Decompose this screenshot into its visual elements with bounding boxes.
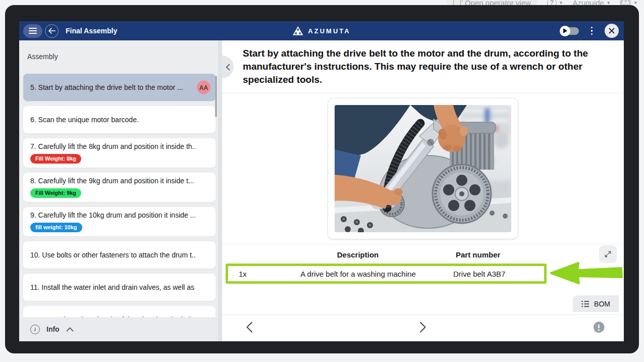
fill-weight-badge: Fill Weight: 8kg bbox=[30, 154, 81, 164]
parts-table: Description Part number 1xA drive belt f… bbox=[222, 244, 624, 315]
info-label: Info bbox=[46, 325, 60, 333]
back-button[interactable] bbox=[45, 24, 59, 38]
expand-icon bbox=[604, 250, 612, 258]
assignee-avatar[interactable]: AA bbox=[197, 81, 210, 94]
sidebar-scrollbar[interactable] bbox=[215, 76, 217, 117]
description-column-header: Description bbox=[270, 250, 446, 259]
chevron-up-icon bbox=[66, 327, 74, 332]
brand-logo: AZUMUTA bbox=[292, 26, 350, 36]
info-button[interactable]: i Info bbox=[19, 317, 218, 341]
menu-icon[interactable] bbox=[23, 24, 42, 38]
caret-down-icon: ▾ bbox=[634, 0, 637, 6]
sidebar-step-item[interactable]: 12. Insert the stripped ends of the wire… bbox=[23, 306, 216, 317]
operator-view-modal: Final Assembly AZUMUTA bbox=[5, 5, 639, 353]
header-actions bbox=[561, 21, 619, 40]
step-label: 9. Carefully lift the 10kg drum and posi… bbox=[30, 211, 195, 219]
part-number-column-header: Part number bbox=[446, 250, 624, 259]
sidebar-step-item[interactable]: 11. Install the water inlet and drain va… bbox=[23, 274, 216, 301]
callout-arrow-icon bbox=[549, 262, 623, 285]
sidebar-step-list: 5. Start by attaching the drive belt to … bbox=[23, 74, 216, 317]
highlighted-part-row[interactable]: 1xA drive belt for a washing machineDriv… bbox=[226, 264, 547, 284]
part-description: A drive belt for a washing machine bbox=[271, 270, 445, 278]
chevron-right-icon bbox=[419, 322, 426, 333]
info-icon: i bbox=[30, 325, 40, 334]
report-issue-button[interactable] bbox=[592, 321, 606, 336]
sidebar-step-item[interactable]: 10. Use bolts or other fasteners to atta… bbox=[23, 241, 216, 269]
previous-step-button[interactable] bbox=[242, 318, 257, 339]
app-header: Final Assembly AZUMUTA bbox=[19, 21, 624, 40]
instruction-text: Start by attaching the drive belt to the… bbox=[243, 47, 609, 86]
app-body: Assembly 5. Start by attaching the drive… bbox=[19, 40, 624, 341]
fill-weight-badge: Fill Weight: 9kg bbox=[30, 188, 81, 198]
step-detail-panel: Start by attaching the drive belt to the… bbox=[222, 40, 624, 341]
part-row: 1xA drive belt for a washing machineDriv… bbox=[228, 266, 544, 281]
alert-bubble-icon bbox=[592, 321, 606, 334]
sidebar-step-item[interactable]: 9. Carefully lift the 10kg drum and posi… bbox=[23, 207, 216, 236]
close-button[interactable] bbox=[605, 24, 619, 38]
step-navigation-bar bbox=[222, 315, 624, 341]
next-step-button[interactable] bbox=[415, 318, 431, 339]
part-number: Drive belt A3B7 bbox=[445, 270, 544, 278]
list-icon bbox=[581, 300, 589, 307]
bom-button[interactable]: BOM bbox=[573, 295, 619, 312]
page-title: Final Assembly bbox=[66, 27, 117, 35]
arrow-left-icon bbox=[48, 28, 56, 34]
step-image-card[interactable] bbox=[328, 98, 518, 239]
expand-table-button[interactable] bbox=[599, 245, 617, 263]
azumuta-logo-icon bbox=[292, 26, 303, 36]
parts-table-header: Description Part number bbox=[222, 244, 624, 262]
step-photo bbox=[335, 105, 511, 232]
close-icon bbox=[609, 28, 615, 34]
step-label: 11. Install the water inlet and drain va… bbox=[30, 283, 195, 291]
bom-label: BOM bbox=[594, 300, 610, 308]
sidebar-step-item[interactable]: 5. Start by attaching the drive belt to … bbox=[23, 74, 216, 101]
step-label: 10. Use bolts or other fasteners to atta… bbox=[30, 251, 195, 259]
sidebar-step-item[interactable]: 7. Carefully lift the 8kg drum and posit… bbox=[23, 138, 216, 168]
chevron-left-icon bbox=[226, 64, 230, 71]
sidebar-step-item[interactable]: 6. Scan the unique motor barcode. bbox=[23, 106, 216, 133]
step-label: 7. Carefully lift the 8kg drum and posit… bbox=[30, 142, 195, 150]
qty-column-header bbox=[226, 250, 270, 259]
sidebar-step-item[interactable]: 8. Carefully lift the 9kg drum and posit… bbox=[23, 173, 216, 202]
section-label: Assembly bbox=[19, 40, 218, 61]
fill-weight-badge: fill weight: 10kg bbox=[30, 223, 82, 232]
work-instruction-app: Final Assembly AZUMUTA bbox=[19, 21, 624, 341]
more-options-icon[interactable] bbox=[589, 25, 595, 37]
media-area bbox=[222, 93, 624, 244]
play-mode-toggle[interactable] bbox=[561, 27, 579, 35]
steps-sidebar: Assembly 5. Start by attaching the drive… bbox=[19, 40, 218, 341]
step-label: 5. Start by attaching the drive belt to … bbox=[30, 83, 195, 91]
step-label: 6. Scan the unique motor barcode. bbox=[30, 116, 195, 124]
step-label: 8. Carefully lift the 9kg drum and posit… bbox=[30, 177, 195, 185]
instruction-block: Start by attaching the drive belt to the… bbox=[222, 40, 624, 93]
part-qty: 1x bbox=[228, 270, 271, 278]
brand-name: AZUMUTA bbox=[308, 27, 350, 35]
chevron-left-icon bbox=[246, 322, 253, 333]
play-icon bbox=[563, 28, 567, 33]
